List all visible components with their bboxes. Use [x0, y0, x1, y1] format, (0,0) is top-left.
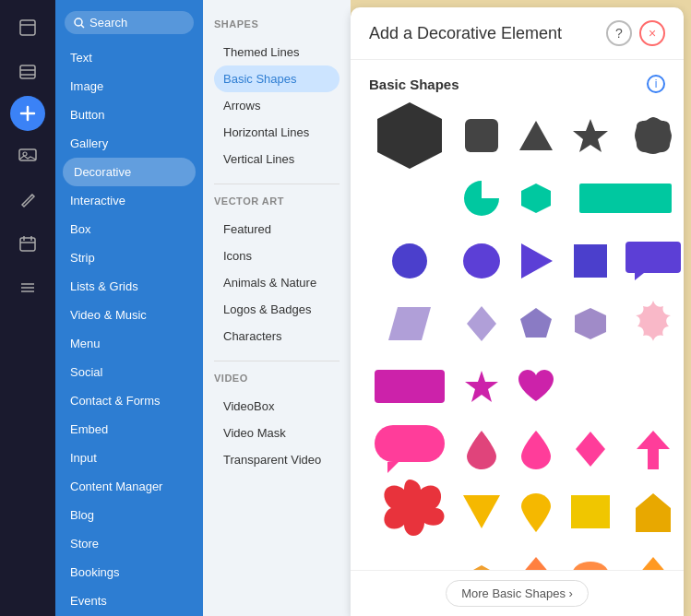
pages-icon-btn[interactable] [7, 7, 48, 48]
panel-videobox[interactable]: VideoBox [214, 393, 340, 420]
panel-characters[interactable]: Characters [214, 323, 340, 349]
panel-themed-lines[interactable]: Themed Lines [214, 39, 340, 65]
shape-diamond-pink-3[interactable] [513, 547, 559, 570]
sidebar-item-events[interactable]: Events [55, 586, 203, 615]
modal-panel: Add a Decorative Element ? × Basic Shape… [351, 7, 684, 616]
shape-drop-yellow[interactable] [513, 484, 559, 539]
sidebar-item-menu[interactable]: Menu [55, 329, 203, 358]
sidebar-item-contact-forms[interactable]: Contact & Forms [55, 386, 203, 415]
shape-heart-purple[interactable] [513, 359, 559, 414]
shape-starburst-pink-2[interactable] [566, 359, 684, 414]
shapes-section-heading: Basic Shapes [369, 77, 459, 92]
svg-marker-43 [636, 493, 671, 532]
sidebar-item-image[interactable]: Image [55, 72, 203, 101]
shape-diamond[interactable] [458, 296, 506, 351]
shape-blob-star[interactable] [622, 108, 684, 163]
shape-starburst-pink[interactable] [622, 296, 684, 351]
shape-parallelogram[interactable] [369, 296, 450, 351]
svg-rect-10 [20, 238, 35, 251]
shape-triangle-orange[interactable] [458, 484, 506, 539]
close-button[interactable]: × [639, 20, 665, 46]
svg-marker-34 [575, 308, 606, 339]
panel-arrows[interactable]: Arrows [214, 92, 340, 119]
add-element-button[interactable] [10, 96, 45, 131]
shape-rect-yellow[interactable] [566, 484, 614, 539]
shape-speech-bubble-pink[interactable] [369, 421, 450, 477]
svg-rect-24 [579, 184, 672, 213]
more-basic-shapes-button[interactable]: More Basic Shapes › [446, 580, 589, 607]
shape-star-5-pink[interactable] [458, 359, 506, 414]
shape-oval[interactable] [458, 233, 506, 289]
search-icon [74, 18, 85, 29]
shape-diamond-orange-2[interactable] [458, 547, 506, 570]
panel-animals-nature[interactable]: Animals & Nature [214, 269, 340, 296]
list-icon-btn[interactable] [7, 267, 48, 308]
shape-hexagon-large[interactable] [369, 108, 450, 163]
shape-star-5[interactable] [566, 108, 614, 163]
shape-circle[interactable] [369, 233, 450, 289]
shape-oval-orange[interactable] [566, 547, 614, 570]
shape-diamond-gold[interactable] [622, 547, 684, 570]
sidebar-item-embed[interactable]: Embed [55, 415, 203, 444]
layers-icon-btn[interactable] [7, 52, 48, 92]
shape-drop-pink-2[interactable] [513, 421, 559, 477]
pen-icon-btn[interactable] [7, 179, 48, 219]
shape-hexagon-small[interactable] [513, 171, 559, 226]
svg-line-18 [81, 25, 84, 28]
svg-marker-36 [465, 371, 498, 402]
svg-marker-45 [521, 557, 551, 570]
shape-arrow-up-pink[interactable] [622, 421, 684, 477]
panel-video-mask[interactable]: Video Mask [214, 420, 340, 446]
sidebar-item-strip[interactable]: Strip [55, 243, 203, 272]
svg-rect-42 [571, 495, 610, 528]
panel-transparent-video[interactable]: Transparent Video [214, 446, 340, 473]
sidebar-item-input[interactable]: Input [55, 444, 203, 472]
shape-pie-chart[interactable] [458, 171, 506, 226]
shape-square-rounded[interactable] [458, 108, 506, 163]
shapes-section-header: Basic Shapes i [369, 75, 665, 93]
panel-logos-badges[interactable]: Logos & Badges [214, 296, 340, 323]
panel-basic-shapes[interactable]: Basic Shapes [214, 65, 340, 92]
panel-vertical-lines[interactable]: Vertical Lines [214, 146, 340, 172]
info-icon[interactable]: i [647, 75, 665, 93]
panel-featured[interactable]: Featured [214, 216, 340, 243]
shapes-grid [369, 108, 665, 570]
svg-point-46 [572, 562, 609, 570]
sidebar-item-button[interactable]: Button [55, 101, 203, 129]
sidebar-item-lists-grids[interactable]: Lists & Grids [55, 272, 203, 301]
shape-flower-red[interactable] [369, 484, 450, 539]
media-icon-btn[interactable] [7, 135, 48, 175]
shape-square-solid[interactable] [566, 233, 614, 289]
svg-rect-20 [465, 119, 498, 152]
panel-horizontal-lines[interactable]: Horizontal Lines [214, 119, 340, 146]
shape-rectangle-magenta[interactable] [369, 359, 450, 414]
shape-drop-dark-pink[interactable] [458, 421, 506, 477]
shape-triangle[interactable] [513, 108, 559, 163]
sidebar-item-video-music[interactable]: Video & Music [55, 301, 203, 329]
calendar-icon-btn[interactable] [7, 223, 48, 264]
sidebar-item-social[interactable]: Social [55, 358, 203, 386]
sidebar-item-store[interactable]: Store [55, 529, 203, 558]
shape-pentagon[interactable] [513, 296, 559, 351]
svg-marker-30 [635, 273, 644, 280]
shape-play-triangle[interactable] [513, 233, 559, 289]
sidebar-item-decorative[interactable]: Decorative [63, 158, 196, 186]
shape-hexagon-outline[interactable] [566, 296, 614, 351]
shape-diamond-pink[interactable] [566, 421, 614, 477]
sidebar-item-gallery[interactable]: Gallery [55, 129, 203, 158]
sidebar-item-text[interactable]: Text [55, 43, 203, 72]
sidebar-item-box[interactable]: Box [55, 215, 203, 243]
icon-bar [0, 0, 55, 616]
sidebar-item-interactive[interactable]: Interactive [55, 186, 203, 215]
shape-rectangle-wide[interactable] [566, 171, 684, 226]
panel-icons[interactable]: Icons [214, 243, 340, 269]
sidebar-item-bookings[interactable]: Bookings [55, 558, 203, 586]
shape-speech-bubble[interactable] [622, 233, 684, 289]
sidebar-item-blog[interactable]: Blog [55, 501, 203, 529]
help-button[interactable]: ? [606, 20, 632, 46]
sidebar-item-content-manager[interactable]: Content Manager [55, 472, 203, 501]
modal-actions: ? × [606, 20, 665, 46]
search-bar[interactable]: Search [65, 11, 194, 34]
sidebar: Search Text Image Button Gallery Decorat… [55, 0, 203, 616]
shape-house-yellow[interactable] [622, 484, 684, 539]
